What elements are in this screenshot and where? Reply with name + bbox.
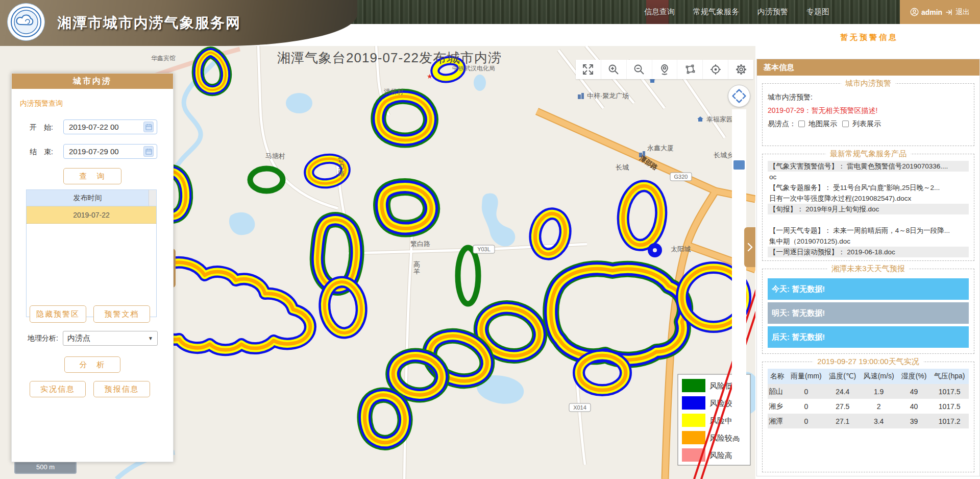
live-cell: 27.5: [825, 399, 860, 414]
live-column-header: 温度(℃): [825, 369, 860, 384]
warning-section: 城市内涝预警 城市内涝预警: 2019-07-29：暂无相关预警区描述! 易涝点…: [762, 79, 974, 146]
analyze-button[interactable]: 分 析: [64, 356, 120, 373]
geo-analysis-label: 地理分析:: [28, 334, 58, 343]
product-line[interactable]: 【气象灾害预警信号】： 雷电黄色预警信号2019070336....: [768, 161, 969, 172]
map-label: 洪桥村: [384, 88, 404, 95]
products-section-title: 最新常规气象服务产品: [826, 149, 911, 159]
map-label: 合力路: [338, 155, 345, 177]
map-label: 长城: [616, 163, 629, 171]
map-pan-control[interactable]: [728, 85, 750, 107]
live-cell: 1017.5: [930, 399, 969, 414]
username: admin: [921, 8, 942, 16]
start-date-label: 开 始:: [30, 123, 53, 132]
live-cell: 39: [898, 414, 930, 428]
live-cell: 27.1: [825, 414, 860, 428]
live-cell: 1017.5: [930, 384, 969, 399]
list-display-label[interactable]: 列表展示: [852, 117, 881, 130]
live-cell: 0: [787, 399, 826, 414]
live-table-row: 湘乡027.52401017.5: [768, 399, 969, 414]
warning-message: 2019-07-29：暂无相关预警区描述!: [768, 104, 969, 117]
polygon-select-icon[interactable]: [677, 60, 703, 79]
product-line[interactable]: [768, 214, 969, 225]
live-table-row: 韶山024.41.9491017.5: [768, 384, 969, 399]
nav-item-3[interactable]: 专题图: [806, 7, 829, 17]
map-label: 幸福家园: [706, 115, 733, 123]
live-cell: 湘潭: [768, 414, 787, 428]
forecast-section: 湘潭未来3天天气预报 今天: 暂无数据!明天: 暂无数据!后天: 暂无数据!: [762, 264, 974, 354]
product-line[interactable]: oc: [768, 172, 969, 182]
no-warning-banner: 暂无预警信息: [840, 33, 898, 42]
left-panel-title: 城市内涝: [12, 74, 173, 89]
product-line[interactable]: 【气象专题服务】： 受11号台风“白鹿”影响,25日晚～2...: [768, 182, 969, 193]
query-section-title: 内涝预警查询: [20, 99, 63, 108]
geo-analysis-value: 内涝点: [67, 333, 90, 343]
user-icon: [910, 8, 919, 16]
warning-doc-button[interactable]: 预警文档: [93, 305, 150, 323]
map-zoom-slider[interactable]: [732, 109, 746, 436]
recenter-icon[interactable]: [703, 60, 728, 79]
legend-label: 风险高: [709, 451, 732, 460]
zoom-in-icon[interactable]: [601, 60, 627, 79]
legend-swatch: [682, 396, 705, 410]
publish-time-table: 发布时间 2019-07-22: [26, 189, 157, 317]
locate-icon[interactable]: [652, 60, 678, 79]
logout-button[interactable]: 退出: [955, 8, 970, 17]
nav-item-1[interactable]: 常规气象服务: [693, 7, 739, 17]
logout-icon: [945, 8, 953, 16]
nav-item-0[interactable]: 信息查询: [644, 7, 675, 17]
live-table-row: 湘潭027.13.4391017.2: [768, 414, 969, 428]
map-display-label[interactable]: 地图展示: [808, 117, 837, 130]
map-scale-bar: 500 m: [14, 461, 77, 474]
live-info-button[interactable]: 实况信息: [30, 381, 86, 397]
live-cell: 2: [860, 399, 898, 414]
basic-info-panel: 基本信息 城市内涝预警 城市内涝预警: 2019-07-29：暂无相关预警区描述…: [756, 59, 980, 476]
legend-label: 风险低: [709, 381, 732, 390]
list-display-checkbox[interactable]: [842, 121, 849, 127]
map-label: 永鑫大厦: [647, 144, 674, 152]
forecast-section-title: 湘潭未来3天天气预报: [827, 264, 909, 274]
live-cell: 韶山: [768, 384, 787, 399]
product-line[interactable]: 集中期（2019070125).doc: [768, 236, 969, 247]
page-header: 湘潭市城市内涝气象服务网 信息查询常规气象服务内涝预警专题图 admin 退出: [0, 0, 980, 46]
live-weather-section: 2019-09-27 19:00:00天气实况 名称雨量(mm)温度(℃)风速(…: [762, 357, 974, 472]
product-line[interactable]: 【旬报】： 2019年9月上旬旬报.doc: [768, 204, 969, 214]
road-badge-label: G320: [674, 174, 688, 180]
zoom-out-icon[interactable]: [627, 60, 652, 79]
map-label: 长城乡: [714, 151, 733, 159]
nav-item-2[interactable]: 内涝预警: [757, 7, 788, 17]
user-account[interactable]: admin 退出: [900, 0, 980, 24]
map-title: 湘潭气象台2019-07-22发布城市内涝: [277, 49, 502, 67]
product-line[interactable]: 【一周天气专题】： 未来一周前晴后雨，4～8日为一段降...: [768, 225, 969, 236]
map-display-checkbox[interactable]: [798, 121, 805, 127]
live-cell: 40: [898, 399, 930, 414]
zoom-slider-thumb[interactable]: [733, 160, 745, 170]
live-cell: 1017.2: [930, 414, 969, 428]
table-scrollbar[interactable]: [149, 190, 156, 206]
main-nav: 信息查询常规气象服务内涝预警专题图: [644, 0, 829, 24]
live-cell: 0: [787, 384, 826, 399]
map-label: 中梓·聚龙广场: [587, 92, 629, 100]
settings-icon[interactable]: [728, 60, 753, 79]
forecast-info-button[interactable]: 预报信息: [93, 381, 150, 397]
geo-analysis-select[interactable]: 内涝点 ▼: [63, 331, 158, 346]
publish-time-column-header: 发布时间: [27, 190, 149, 206]
flood-point-label: 易涝点：: [768, 117, 796, 130]
table-body: 2019-07-22: [26, 206, 157, 317]
product-line[interactable]: 日有一次中等强度降水过程(2019082547).docx: [768, 193, 969, 204]
product-line[interactable]: 【一周逐日滚动预报】： 2019-06-18.doc: [768, 247, 969, 257]
right-panel-toggle[interactable]: [744, 227, 755, 267]
site-title: 湘潭市城市内涝气象服务网: [57, 13, 241, 33]
live-column-header: 名称: [768, 369, 787, 384]
hide-warning-zone-button[interactable]: 隐藏预警区: [30, 305, 86, 323]
query-button[interactable]: 查 询: [63, 168, 121, 184]
expand-icon[interactable]: [576, 60, 601, 79]
calendar-icon[interactable]: [143, 122, 154, 132]
legend-swatch: [682, 414, 705, 427]
table-header-row: 发布时间: [26, 189, 157, 206]
road-badge-label: X014: [573, 404, 586, 411]
products-section: 最新常规气象服务产品 【气象灾害预警信号】： 雷电黄色预警信号201907033…: [762, 149, 974, 261]
table-row[interactable]: 2019-07-22: [27, 206, 156, 224]
live-weather-title: 2019-09-27 19:00:00天气实况: [813, 357, 923, 367]
calendar-icon[interactable]: [143, 146, 154, 157]
live-cell: 湘乡: [768, 399, 787, 414]
